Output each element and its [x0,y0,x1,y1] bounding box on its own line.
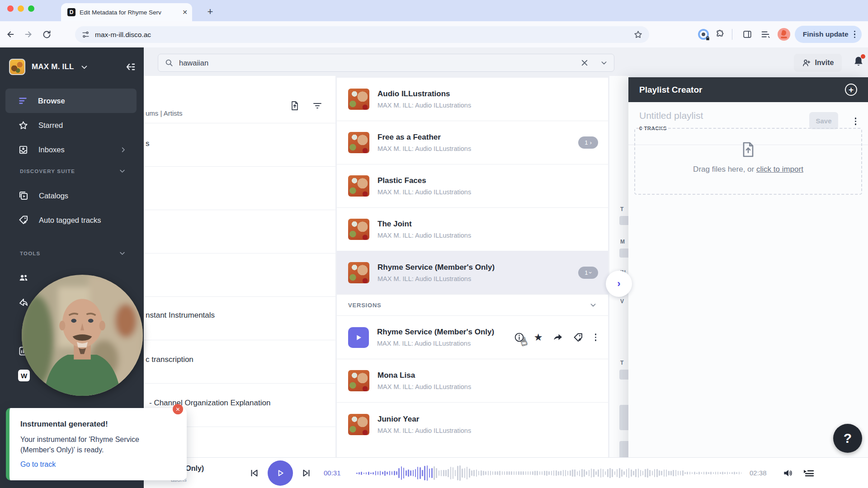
workspace-logo[interactable] [9,59,25,75]
track-row[interactable]: Free as a FeatherMAX M. ILL: Audio ILLus… [337,121,608,164]
invite-user-icon [802,58,811,67]
previous-track-icon[interactable] [249,468,259,479]
result-item-fragment[interactable]: - Channel Organization Explanation [149,399,270,408]
elapsed-time: 00:31 [324,469,341,477]
track-row[interactable]: The JointMAX M. ILL: Audio ILLustrations [337,208,608,251]
tab-close-icon[interactable]: ✕ [182,9,188,16]
star-track-icon[interactable]: ★ [534,332,543,343]
search-bar[interactable] [158,54,614,72]
result-item-fragment[interactable]: c transcription [146,355,193,364]
track-results-list: Audio ILLustrationsMAX M. ILL: Audio ILL… [337,78,608,488]
result-item-fragment[interactable]: nstant Instrumentals [146,311,215,320]
workspace-switcher-chevron-icon[interactable] [80,63,88,71]
go-to-track-link[interactable]: Go to track [20,460,173,469]
finish-update-button[interactable]: Finish update [795,26,862,43]
toast-close-icon[interactable]: ✕ [173,404,183,414]
macos-traffic-lights[interactable] [7,5,34,12]
clear-search-icon[interactable] [580,59,589,67]
track-more-options-icon[interactable] [593,332,599,343]
browser-tab[interactable]: D Edit Metadata for Rhyme Serv ✕ [61,3,192,21]
side-panel-icon[interactable] [740,27,755,42]
collapse-sidebar-icon[interactable] [125,61,136,72]
help-button[interactable]: ? [833,424,862,453]
result-item-fragment[interactable]: s [146,139,150,148]
results-view-tabs-fragment[interactable]: ums | Artists [146,109,182,117]
auto-tag-icon[interactable] [573,332,584,343]
toolbar-divider [732,29,732,40]
play-icon [354,333,363,342]
back-button[interactable] [3,27,18,42]
extensions-icon[interactable] [712,27,727,42]
star-icon [18,120,28,131]
sidebar-item-catalogs[interactable]: Catalogs [5,183,137,208]
chrome-menu-icon[interactable] [852,29,858,40]
site-settings-icon[interactable] [81,30,90,39]
zoom-window-button[interactable] [28,5,34,12]
catalogs-icon [18,190,29,201]
notifications-bell-icon[interactable] [853,56,864,67]
sidebar-item-auto-tagged[interactable]: Auto tagged tracks [5,208,137,232]
tools-collapse-chevron-icon[interactable] [119,250,126,257]
track-row-selected[interactable]: Rhyme Service (Member's Only)MAX M. ILL:… [337,251,608,295]
playlist-creator-panel: Playlist Creator + Untitled playlist 0 T… [628,77,868,488]
reload-button[interactable] [39,27,54,42]
search-input[interactable] [179,59,575,67]
browser-toolbar: max-m-ill.disco.ac Finish update [0,21,868,47]
toast-body: Your instrumental for 'Rhyme Service (Me… [20,434,173,455]
volume-icon[interactable] [782,467,794,479]
new-tab-button[interactable]: + [203,5,217,19]
section-tools: TOOLS [20,251,40,256]
minimize-window-button[interactable] [18,5,24,12]
tab-title: Edit Metadata for Rhyme Serv [80,9,178,16]
playlist-name-input[interactable]: Untitled playlist [639,110,703,121]
player-bar: er's Only) ations 00:31 02:38 [144,457,868,488]
versions-count-badge[interactable]: 1› [578,267,598,279]
track-row[interactable]: Junior YearMAX M. ILL: Audio ILLustratio… [337,403,608,446]
sidebar-item-browse[interactable]: Browse [5,89,137,113]
play-queue-icon[interactable] [802,467,814,479]
invite-button[interactable]: Invite [794,54,842,72]
album-art [348,370,369,391]
sidebar-item-inboxes[interactable]: Inboxes [5,137,137,162]
toast-title: Instrumental generated! [20,420,173,429]
album-art [348,89,369,110]
share-track-icon[interactable] [552,332,563,343]
click-to-import-link[interactable]: click to import [756,165,803,174]
track-row[interactable]: Mona LisaMAX M. ILL: Audio ILLustrations [337,359,608,403]
dropzone-text: Drag files here, or [693,165,756,174]
versions-count-badge[interactable]: 1› [578,136,598,149]
search-icon [165,58,174,67]
close-window-button[interactable] [7,5,14,12]
url-bar[interactable]: max-m-ill.disco.ac [75,26,649,43]
app-root: ums | Artists s nstant Instrumentals c t… [0,47,868,488]
version-play-button[interactable] [348,327,369,348]
version-row[interactable]: Rhyme Service (Member's Only)MAX M. ILL:… [337,316,608,359]
search-options-chevron-icon[interactable] [600,59,608,66]
album-art [348,175,369,197]
expand-panel-button[interactable]: › [606,271,632,297]
forward-button[interactable] [21,27,36,42]
url-text[interactable]: max-m-ill.disco.ac [95,31,628,39]
password-manager-icon[interactable] [698,28,709,40]
album-art [348,414,369,435]
play-button[interactable] [268,460,293,486]
track-row[interactable]: Plastic FacesMAX M. ILL: Audio ILLustrat… [337,164,608,208]
save-playlist-button[interactable]: Save [809,112,838,129]
bookmark-star-icon[interactable] [633,30,643,39]
playlist-creator-title: Playlist Creator [639,85,845,95]
track-row[interactable]: Audio ILLustrationsMAX M. ILL: Audio ILL… [337,78,608,121]
waveform-scrubber[interactable] [356,458,741,488]
export-tracks-icon[interactable] [289,100,300,111]
next-track-icon[interactable] [301,468,312,479]
versions-section-header[interactable]: VERSIONS [337,295,608,316]
discovery-suite-collapse-chevron-icon[interactable] [119,168,126,174]
new-playlist-icon[interactable]: + [845,84,857,96]
workspace-name[interactable]: MAX M. ILL [32,62,74,71]
playlist-dropzone[interactable]: Drag files here, or click to import [634,128,862,195]
tab-search-icon[interactable] [758,27,773,42]
album-art [348,219,369,240]
sidebar-item-starred[interactable]: Starred [5,113,137,137]
playlist-options-icon[interactable] [853,116,859,127]
profile-avatar[interactable] [778,28,790,41]
filter-icon[interactable] [312,100,323,111]
